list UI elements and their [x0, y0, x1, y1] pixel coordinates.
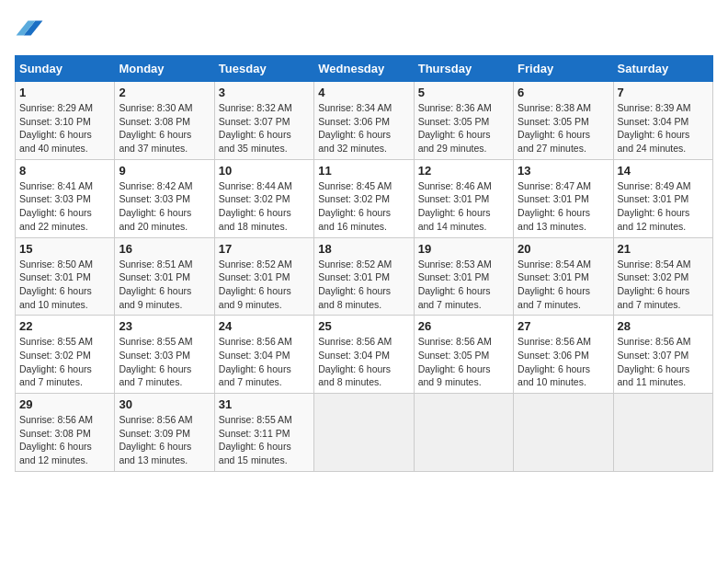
- calendar-cell: 13Sunrise: 8:47 AM Sunset: 3:01 PM Dayli…: [514, 159, 613, 237]
- calendar-cell: 11Sunrise: 8:45 AM Sunset: 3:02 PM Dayli…: [314, 159, 414, 237]
- day-info: Sunrise: 8:52 AM Sunset: 3:01 PM Dayligh…: [318, 258, 409, 312]
- day-number: 6: [518, 86, 609, 99]
- day-info: Sunrise: 8:53 AM Sunset: 3:01 PM Dayligh…: [418, 258, 509, 312]
- day-info: Sunrise: 8:38 AM Sunset: 3:05 PM Dayligh…: [518, 101, 609, 155]
- calendar-cell: 2Sunrise: 8:30 AM Sunset: 3:08 PM Daylig…: [115, 82, 214, 160]
- day-info: Sunrise: 8:56 AM Sunset: 3:08 PM Dayligh…: [19, 413, 110, 467]
- calendar-cell: 3Sunrise: 8:32 AM Sunset: 3:07 PM Daylig…: [214, 82, 313, 160]
- day-info: Sunrise: 8:56 AM Sunset: 3:09 PM Dayligh…: [119, 413, 210, 467]
- calendar-cell: 28Sunrise: 8:56 AM Sunset: 3:07 PM Dayli…: [613, 316, 712, 394]
- calendar-cell: 20Sunrise: 8:54 AM Sunset: 3:01 PM Dayli…: [514, 237, 613, 316]
- day-info: Sunrise: 8:56 AM Sunset: 3:04 PM Dayligh…: [219, 335, 310, 389]
- day-number: 21: [618, 242, 709, 256]
- logo-icon: [15, 15, 44, 44]
- day-number: 3: [219, 86, 310, 99]
- calendar-cell: 24Sunrise: 8:56 AM Sunset: 3:04 PM Dayli…: [214, 316, 313, 394]
- calendar-cell: 9Sunrise: 8:42 AM Sunset: 3:03 PM Daylig…: [115, 159, 214, 237]
- day-info: Sunrise: 8:54 AM Sunset: 3:01 PM Dayligh…: [518, 258, 609, 312]
- calendar-cell: 12Sunrise: 8:46 AM Sunset: 3:01 PM Dayli…: [414, 159, 513, 237]
- calendar-cell: 17Sunrise: 8:52 AM Sunset: 3:01 PM Dayli…: [214, 237, 313, 316]
- day-number: 2: [119, 86, 210, 99]
- day-number: 30: [119, 397, 210, 411]
- calendar-week-row: 15Sunrise: 8:50 AM Sunset: 3:01 PM Dayli…: [16, 237, 713, 316]
- day-info: Sunrise: 8:55 AM Sunset: 3:03 PM Dayligh…: [119, 335, 210, 389]
- day-info: Sunrise: 8:29 AM Sunset: 3:10 PM Dayligh…: [19, 101, 110, 155]
- day-number: 4: [318, 86, 409, 99]
- day-info: Sunrise: 8:56 AM Sunset: 3:05 PM Dayligh…: [418, 335, 509, 389]
- calendar-header-tuesday: Tuesday: [214, 56, 313, 82]
- day-info: Sunrise: 8:44 AM Sunset: 3:02 PM Dayligh…: [219, 179, 310, 234]
- day-info: Sunrise: 8:41 AM Sunset: 3:03 PM Dayligh…: [19, 179, 110, 234]
- calendar-cell: [613, 394, 712, 472]
- day-info: Sunrise: 8:56 AM Sunset: 3:06 PM Dayligh…: [518, 335, 609, 389]
- day-number: 18: [318, 242, 409, 256]
- calendar-header-thursday: Thursday: [414, 56, 513, 82]
- calendar-cell: 8Sunrise: 8:41 AM Sunset: 3:03 PM Daylig…: [16, 159, 115, 237]
- calendar-body: 1Sunrise: 8:29 AM Sunset: 3:10 PM Daylig…: [16, 82, 713, 472]
- day-number: 10: [219, 164, 310, 178]
- day-info: Sunrise: 8:50 AM Sunset: 3:01 PM Dayligh…: [19, 258, 110, 312]
- day-number: 29: [19, 397, 110, 411]
- calendar-week-row: 22Sunrise: 8:55 AM Sunset: 3:02 PM Dayli…: [16, 316, 713, 394]
- day-info: Sunrise: 8:36 AM Sunset: 3:05 PM Dayligh…: [418, 101, 509, 155]
- day-number: 13: [518, 164, 609, 178]
- day-info: Sunrise: 8:51 AM Sunset: 3:01 PM Dayligh…: [119, 258, 210, 312]
- day-info: Sunrise: 8:54 AM Sunset: 3:02 PM Dayligh…: [618, 258, 709, 312]
- calendar-cell: 14Sunrise: 8:49 AM Sunset: 3:01 PM Dayli…: [613, 159, 712, 237]
- day-number: 25: [318, 319, 409, 333]
- day-info: Sunrise: 8:55 AM Sunset: 3:11 PM Dayligh…: [219, 413, 310, 467]
- calendar-cell: 29Sunrise: 8:56 AM Sunset: 3:08 PM Dayli…: [16, 394, 115, 472]
- day-number: 1: [19, 86, 110, 99]
- day-info: Sunrise: 8:47 AM Sunset: 3:01 PM Dayligh…: [518, 179, 609, 234]
- day-info: Sunrise: 8:34 AM Sunset: 3:06 PM Dayligh…: [318, 101, 409, 155]
- calendar-header-sunday: Sunday: [16, 56, 115, 82]
- day-number: 28: [618, 319, 709, 333]
- calendar-cell: [414, 394, 513, 472]
- day-info: Sunrise: 8:55 AM Sunset: 3:02 PM Dayligh…: [19, 335, 110, 389]
- calendar-cell: 18Sunrise: 8:52 AM Sunset: 3:01 PM Dayli…: [314, 237, 414, 316]
- calendar-cell: [314, 394, 414, 472]
- day-number: 15: [19, 242, 110, 256]
- day-number: 16: [119, 242, 210, 256]
- calendar-cell: 15Sunrise: 8:50 AM Sunset: 3:01 PM Dayli…: [16, 237, 115, 316]
- day-number: 11: [318, 164, 409, 178]
- calendar-cell: 25Sunrise: 8:56 AM Sunset: 3:04 PM Dayli…: [314, 316, 414, 394]
- calendar-week-row: 29Sunrise: 8:56 AM Sunset: 3:08 PM Dayli…: [16, 394, 713, 472]
- day-info: Sunrise: 8:56 AM Sunset: 3:04 PM Dayligh…: [318, 335, 409, 389]
- calendar-header-wednesday: Wednesday: [314, 56, 414, 82]
- calendar-header-friday: Friday: [514, 56, 613, 82]
- calendar-cell: 22Sunrise: 8:55 AM Sunset: 3:02 PM Dayli…: [16, 316, 115, 394]
- calendar-cell: 6Sunrise: 8:38 AM Sunset: 3:05 PM Daylig…: [514, 82, 613, 160]
- calendar-cell: 7Sunrise: 8:39 AM Sunset: 3:04 PM Daylig…: [613, 82, 712, 160]
- day-number: 22: [19, 319, 110, 333]
- day-number: 5: [418, 86, 509, 99]
- calendar-header-monday: Monday: [115, 56, 214, 82]
- day-number: 17: [219, 242, 310, 256]
- calendar-cell: 26Sunrise: 8:56 AM Sunset: 3:05 PM Dayli…: [414, 316, 513, 394]
- day-number: 12: [418, 164, 509, 178]
- page-header: [15, 15, 713, 44]
- day-info: Sunrise: 8:52 AM Sunset: 3:01 PM Dayligh…: [219, 258, 310, 312]
- calendar-cell: 5Sunrise: 8:36 AM Sunset: 3:05 PM Daylig…: [414, 82, 513, 160]
- calendar-cell: [514, 394, 613, 472]
- day-info: Sunrise: 8:46 AM Sunset: 3:01 PM Dayligh…: [418, 179, 509, 234]
- calendar-cell: 4Sunrise: 8:34 AM Sunset: 3:06 PM Daylig…: [314, 82, 414, 160]
- calendar-header-saturday: Saturday: [613, 56, 712, 82]
- day-info: Sunrise: 8:45 AM Sunset: 3:02 PM Dayligh…: [318, 179, 409, 234]
- day-number: 9: [119, 164, 210, 178]
- calendar-cell: 1Sunrise: 8:29 AM Sunset: 3:10 PM Daylig…: [16, 82, 115, 160]
- calendar-cell: 30Sunrise: 8:56 AM Sunset: 3:09 PM Dayli…: [115, 394, 214, 472]
- logo: [15, 15, 48, 44]
- calendar-table: SundayMondayTuesdayWednesdayThursdayFrid…: [15, 55, 713, 472]
- day-number: 27: [518, 319, 609, 333]
- day-info: Sunrise: 8:39 AM Sunset: 3:04 PM Dayligh…: [618, 101, 709, 155]
- day-number: 14: [618, 164, 709, 178]
- calendar-cell: 21Sunrise: 8:54 AM Sunset: 3:02 PM Dayli…: [613, 237, 712, 316]
- calendar-week-row: 1Sunrise: 8:29 AM Sunset: 3:10 PM Daylig…: [16, 82, 713, 160]
- day-number: 23: [119, 319, 210, 333]
- calendar-cell: 16Sunrise: 8:51 AM Sunset: 3:01 PM Dayli…: [115, 237, 214, 316]
- day-number: 7: [618, 86, 709, 99]
- day-number: 8: [19, 164, 110, 178]
- calendar-week-row: 8Sunrise: 8:41 AM Sunset: 3:03 PM Daylig…: [16, 159, 713, 237]
- day-info: Sunrise: 8:30 AM Sunset: 3:08 PM Dayligh…: [119, 101, 210, 155]
